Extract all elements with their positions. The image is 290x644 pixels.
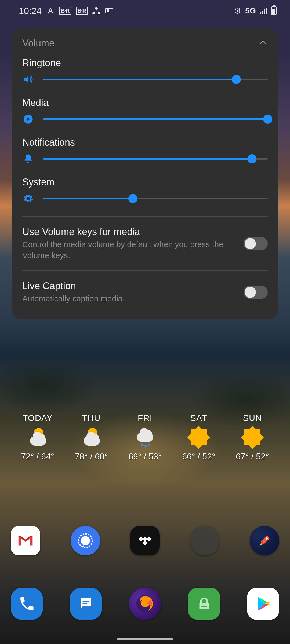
signal-app-icon[interactable] bbox=[71, 526, 100, 555]
partly-cloudy-icon bbox=[27, 428, 48, 447]
rocket-app-icon[interactable] bbox=[250, 526, 279, 555]
svg-rect-7 bbox=[143, 540, 148, 546]
volume-panel-title: Volume bbox=[22, 38, 55, 49]
setting-desc: Automatically caption media. bbox=[22, 293, 237, 304]
gear-icon bbox=[22, 193, 34, 204]
ringtone-slider[interactable] bbox=[43, 74, 268, 85]
svg-rect-12 bbox=[201, 605, 207, 605]
notifications-slider[interactable] bbox=[43, 153, 268, 164]
weather-day: THU 78° / 60° bbox=[64, 413, 118, 462]
font-icon bbox=[46, 7, 55, 15]
system-label: System bbox=[22, 177, 268, 188]
media-slider[interactable] bbox=[43, 114, 268, 125]
collapse-button[interactable] bbox=[258, 38, 268, 49]
status-bar: 10:24 B·R B·R 5G bbox=[0, 0, 290, 21]
weather-day: FRI 69° / 53° bbox=[118, 413, 172, 462]
notifications-label: Notifications bbox=[22, 137, 268, 148]
weather-day-label: SUN bbox=[243, 413, 262, 423]
volume-panel: Volume Ringtone Media bbox=[12, 28, 278, 319]
svg-rect-9 bbox=[83, 601, 89, 602]
sunny-icon bbox=[242, 428, 263, 447]
svg-rect-13 bbox=[201, 606, 207, 607]
storage-icon bbox=[105, 8, 113, 13]
weather-day-temp: 67° / 52° bbox=[236, 452, 269, 462]
live-caption-row[interactable]: Live Caption Automatically caption media… bbox=[22, 270, 268, 314]
setting-title: Use Volume keys for media bbox=[22, 226, 237, 237]
svg-point-8 bbox=[266, 537, 268, 540]
setting-desc: Control the media volume by default when… bbox=[22, 239, 237, 261]
dots-icon bbox=[92, 7, 100, 14]
rain-icon bbox=[134, 428, 156, 447]
app-row bbox=[11, 526, 279, 555]
sunny-icon bbox=[188, 428, 209, 447]
play-store-app-icon[interactable] bbox=[247, 588, 279, 620]
notifications-slider-group: Notifications bbox=[22, 137, 268, 165]
weather-widget[interactable]: TODAY 72° / 64° THU 78° / 60° FRI 69° / … bbox=[11, 413, 279, 462]
network-label: 5G bbox=[245, 6, 256, 15]
weather-day: SAT 66° / 52° bbox=[172, 413, 226, 462]
dock bbox=[11, 588, 279, 620]
ringtone-label: Ringtone bbox=[22, 57, 268, 69]
battery-icon bbox=[271, 6, 277, 15]
tidal-app-icon[interactable] bbox=[130, 526, 160, 555]
weather-day-label: TODAY bbox=[23, 413, 53, 423]
weather-day-label: SAT bbox=[190, 413, 207, 423]
status-time: 10:24 bbox=[19, 6, 42, 16]
media-slider-group: Media bbox=[22, 97, 268, 125]
weather-day-temp: 78° / 60° bbox=[75, 452, 108, 462]
google-folder-icon[interactable] bbox=[190, 526, 220, 555]
system-slider-group: System bbox=[22, 177, 268, 204]
speaker-icon bbox=[22, 74, 34, 85]
svg-rect-10 bbox=[83, 603, 88, 604]
weather-day-temp: 72° / 64° bbox=[21, 452, 54, 462]
weather-day-label: FRI bbox=[138, 413, 153, 423]
weather-day-temp: 66° / 52° bbox=[182, 452, 215, 462]
authenticator-app-icon[interactable] bbox=[188, 588, 220, 620]
volume-keys-media-toggle[interactable] bbox=[244, 237, 268, 250]
setting-title: Live Caption bbox=[22, 280, 237, 292]
br-badge-icon: B·R bbox=[76, 7, 88, 15]
phone-app-icon[interactable] bbox=[11, 588, 43, 620]
media-label: Media bbox=[22, 97, 268, 108]
system-slider[interactable] bbox=[43, 193, 268, 204]
weather-day-label: THU bbox=[82, 413, 101, 423]
weather-day: SUN 67° / 52° bbox=[226, 413, 279, 462]
weather-day: TODAY 72° / 64° bbox=[11, 413, 64, 462]
svg-rect-6 bbox=[146, 536, 151, 541]
signal-icon bbox=[260, 7, 267, 14]
firefox-app-icon[interactable] bbox=[129, 588, 161, 620]
messages-app-icon[interactable] bbox=[70, 588, 102, 620]
bell-icon bbox=[22, 153, 34, 165]
gmail-app-icon[interactable] bbox=[11, 526, 40, 555]
live-caption-toggle[interactable] bbox=[244, 286, 268, 299]
svg-point-3 bbox=[81, 536, 90, 545]
ringtone-slider-group: Ringtone bbox=[22, 57, 268, 85]
weather-day-temp: 69° / 53° bbox=[128, 452, 161, 462]
partly-cloudy-icon bbox=[81, 428, 102, 447]
volume-keys-media-row[interactable]: Use Volume keys for media Control the me… bbox=[22, 216, 268, 270]
alarm-icon bbox=[233, 7, 241, 15]
br-badge-icon: B·R bbox=[59, 7, 71, 15]
nav-indicator[interactable] bbox=[117, 638, 173, 640]
play-icon bbox=[22, 113, 34, 125]
